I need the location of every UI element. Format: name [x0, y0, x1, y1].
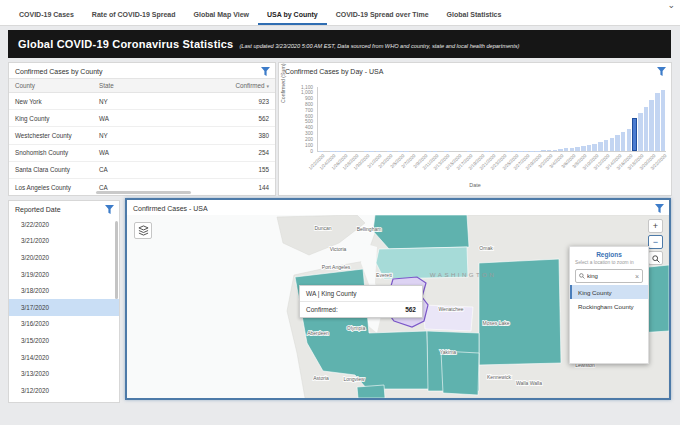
filter-icon[interactable]	[655, 204, 664, 213]
date-item-3-12-2020[interactable]: 3/12/2020	[9, 382, 119, 399]
tab-global-map-view[interactable]: Global Map View	[185, 7, 259, 25]
table-header-row: County State Confirmed▾	[9, 78, 275, 93]
date-item-3-22-2020[interactable]: 3/22/2020	[9, 216, 119, 233]
county-region-north[interactable]	[373, 215, 469, 249]
panel-title: Confirmed Cases by Day - USA	[279, 63, 671, 78]
map-layers-button[interactable]	[134, 222, 152, 239]
table-row[interactable]: Santa Clara CountyCA155	[9, 162, 275, 179]
bar-3/14/2020[interactable]	[615, 135, 620, 151]
date-item-3-11-2020[interactable]: 3/11/2020	[9, 399, 119, 403]
bar-3/11/2020[interactable]	[598, 142, 603, 151]
table-row[interactable]: Snohomish CountyWA254	[9, 145, 275, 162]
map-zoom-in-button[interactable]: +	[648, 219, 663, 233]
y-axis-ticks: 01002003004005006007008009001,0001,100	[293, 87, 315, 151]
date-item-3-19-2020[interactable]: 3/19/2020	[9, 266, 119, 283]
bar-3/9/2020[interactable]	[587, 145, 592, 151]
map-zoom-out-button[interactable]: −	[648, 235, 663, 249]
bar-3/8/2020[interactable]	[581, 146, 586, 151]
cell-state: NY	[99, 132, 175, 139]
bar-3/21/2020[interactable]	[655, 93, 660, 151]
column-header-confirmed[interactable]: Confirmed▾	[175, 82, 269, 89]
bar-3/6/2020[interactable]	[570, 148, 575, 151]
date-item-3-18-2020[interactable]: 3/18/2020	[9, 282, 119, 299]
table-row[interactable]: King CountyWA562	[9, 110, 275, 127]
date-item-3-21-2020[interactable]: 3/21/2020	[9, 233, 119, 250]
state-label-washington: WASHINGTON	[430, 271, 496, 278]
city-label-walla-walla: Walla Walla	[516, 380, 542, 386]
bar-3/16/2020[interactable]	[627, 129, 632, 151]
cell-confirmed: 562	[175, 115, 269, 122]
city-label-moses-lake: Moses Lake	[483, 320, 510, 326]
layers-icon	[138, 225, 149, 236]
tab-global-statistics[interactable]: Global Statistics	[438, 7, 511, 25]
map-search-button[interactable]	[648, 251, 663, 265]
regions-popup: Regions Select a location to zoom in × K…	[569, 246, 649, 364]
city-label-omak: Omak	[479, 245, 493, 251]
tab-covid-19-cases[interactable]: COVID-19 Cases	[10, 7, 83, 25]
bar-3/7/2020[interactable]	[575, 147, 580, 151]
column-header-county[interactable]: County	[15, 82, 99, 89]
cell-state: WA	[99, 149, 175, 156]
regions-search-box: ×	[575, 269, 643, 283]
bar-3/5/2020[interactable]	[564, 148, 569, 151]
date-item-3-17-2020[interactable]: 3/17/2020	[9, 299, 119, 316]
bar-3/19/2020[interactable]	[644, 107, 649, 151]
city-label-bellingham: Bellingham	[357, 226, 382, 232]
y-tick-label: 700	[305, 108, 313, 113]
city-label-victoria: Victoria	[330, 246, 347, 252]
bar-3/22/2020[interactable]	[661, 90, 666, 151]
reported-date-list: 3/22/20203/21/20203/20/20203/19/20203/18…	[9, 216, 119, 403]
bar-3/13/2020[interactable]	[610, 138, 615, 151]
date-item-3-16-2020[interactable]: 3/16/2020	[9, 316, 119, 333]
county-region-border-2[interactable]	[441, 351, 479, 395]
clear-search-icon[interactable]: ×	[635, 273, 639, 280]
bar-3/10/2020[interactable]	[592, 144, 597, 151]
x-axis-ticks: 1/22/20201/24/20201/26/20201/28/20201/30…	[317, 152, 665, 178]
filter-icon[interactable]	[105, 205, 114, 214]
bar-3/12/2020[interactable]	[604, 140, 609, 151]
filter-icon[interactable]	[657, 67, 666, 76]
cell-county: Westchester County	[15, 132, 99, 139]
y-tick-label: 300	[305, 131, 313, 136]
vertical-scrollbar[interactable]	[115, 221, 118, 299]
bar-3/1/2020[interactable]	[541, 150, 546, 151]
y-tick-label: 500	[305, 119, 313, 124]
column-header-state[interactable]: State	[99, 82, 175, 89]
table-row[interactable]: New YorkNY923	[9, 93, 275, 110]
region-result-rockingham-county[interactable]: Rockingham County	[570, 299, 648, 313]
city-label-astoria: Astoria	[313, 375, 329, 381]
filter-icon[interactable]	[261, 67, 270, 76]
city-label-port-angeles: Port Angeles	[322, 264, 351, 270]
table-row[interactable]: Westchester CountyNY380	[9, 127, 275, 144]
county-region-border-1[interactable]	[357, 385, 385, 398]
date-item-3-14-2020[interactable]: 3/14/2020	[9, 349, 119, 366]
bar-3/18/2020[interactable]	[638, 113, 643, 151]
bar-chart-plot	[317, 87, 666, 152]
city-label-longview: Longview	[343, 376, 365, 382]
cell-confirmed: 254	[175, 149, 269, 156]
tab-rate-of-covid-19-spread[interactable]: Rate of COVID-19 Spread	[83, 7, 185, 25]
region-result-king-county[interactable]: King County	[570, 285, 648, 299]
tooltip-value: 562	[405, 306, 416, 313]
regions-title: Regions	[570, 247, 648, 259]
city-label-aberdeen: Aberdeen	[307, 330, 329, 336]
tab-usa-by-county[interactable]: USA by County	[258, 7, 327, 25]
y-tick-label: 900	[305, 96, 313, 101]
table-body: New YorkNY923King CountyWA562Westchester…	[9, 93, 275, 196]
regions-search-input[interactable]	[585, 273, 635, 279]
date-item-3-20-2020[interactable]: 3/20/2020	[9, 249, 119, 266]
bar-3/20/2020[interactable]	[649, 100, 654, 151]
bar-3/2/2020[interactable]	[547, 150, 552, 151]
bar-3/17/2020[interactable]	[632, 118, 637, 151]
chevron-down-icon[interactable]: ⌄	[667, 0, 675, 10]
y-tick-label: 1,100	[301, 85, 313, 90]
bar-3/15/2020[interactable]	[621, 132, 626, 151]
tab-covid-19-spread-over-time[interactable]: COVID-19 Spread over Time	[327, 7, 438, 25]
dashboard-title-bar: Global COVID-19 Coronavirus Statistics (…	[8, 30, 671, 58]
horizontal-scrollbar[interactable]	[96, 191, 191, 194]
confirmed-cases-map-panel: Confirmed Cases - USA DuncanBellinghamVi…	[125, 198, 671, 400]
date-item-3-13-2020[interactable]: 3/13/2020	[9, 365, 119, 382]
date-item-3-15-2020[interactable]: 3/15/2020	[9, 332, 119, 349]
bar-3/3/2020[interactable]	[553, 150, 558, 151]
bar-3/4/2020[interactable]	[558, 149, 563, 151]
